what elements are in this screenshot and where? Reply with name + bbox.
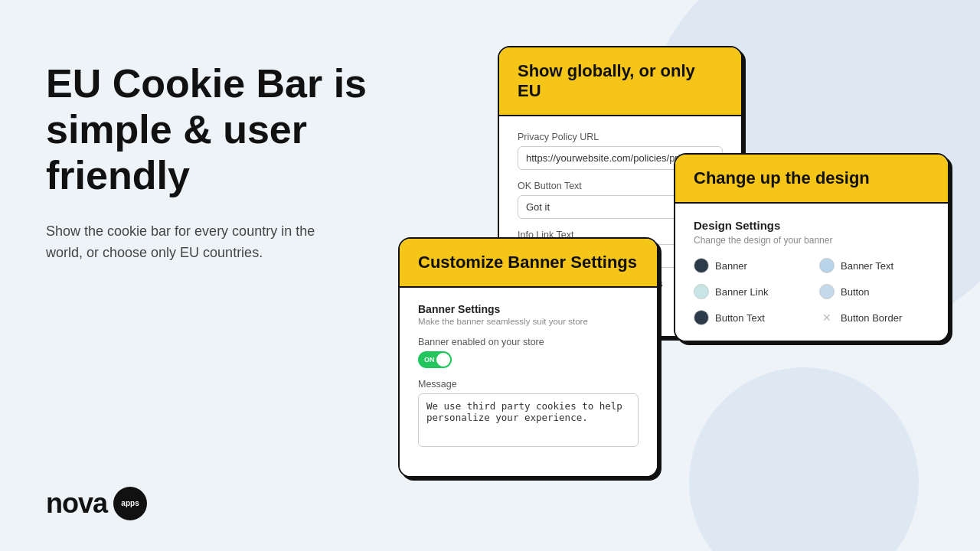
design-grid: Banner Banner Text Banner Link Button Bu — [694, 258, 929, 325]
banner-link-label: Banner Link — [715, 286, 768, 298]
banner-text-swatch — [819, 258, 835, 273]
sub-text: Show the cookie bar for every country in… — [46, 221, 337, 264]
banner-label: Banner — [715, 260, 747, 272]
banner-link-swatch — [694, 284, 709, 299]
left-section: EU Cookie Bar is simple & user friendly … — [46, 61, 413, 264]
banner-enabled-toggle-state: ON — [424, 356, 435, 364]
card-design: Change up the design Design Settings Cha… — [674, 153, 949, 342]
banner-swatch — [694, 258, 709, 273]
banner-text-label: Banner Text — [841, 260, 893, 272]
button-text-label: Button Text — [715, 312, 765, 324]
design-section-title: Design Settings — [694, 219, 929, 232]
banner-enabled-toggle[interactable]: ON — [418, 351, 452, 368]
card-customize: Customize Banner Settings Banner Setting… — [398, 237, 658, 478]
design-item-banner-link[interactable]: Banner Link — [694, 284, 804, 299]
design-item-banner-text[interactable]: Banner Text — [819, 258, 929, 273]
message-field-group: Message We use third party cookies to he… — [418, 379, 639, 450]
design-item-banner[interactable]: Banner — [694, 258, 804, 273]
design-item-button-border[interactable]: ✕ Button Border — [819, 310, 929, 325]
button-swatch — [819, 284, 835, 299]
design-item-button-text[interactable]: Button Text — [694, 310, 804, 325]
banner-enabled-field-group: Banner enabled on your store ON — [418, 337, 639, 368]
button-border-icon: ✕ — [819, 310, 835, 325]
card-customize-body: Banner Settings Make the banner seamless… — [400, 288, 657, 476]
button-text-swatch — [694, 310, 709, 325]
card-design-body: Design Settings Change the design of you… — [675, 204, 948, 341]
message-textarea[interactable]: We use third party cookies to help perso… — [418, 393, 639, 447]
button-label: Button — [841, 286, 870, 298]
card-global-header: Show globally, or only EU — [499, 47, 741, 116]
banner-settings-sub: Make the banner seamlessly suit your sto… — [418, 317, 639, 326]
nova-logo-text: nova — [46, 487, 107, 520]
banner-enabled-toggle-row: ON — [418, 351, 639, 368]
banner-settings-title: Banner Settings — [418, 303, 639, 315]
main-heading: EU Cookie Bar is simple & user friendly — [46, 61, 413, 198]
nova-logo: nova apps — [46, 487, 147, 520]
nova-apps-badge: apps — [113, 487, 147, 520]
design-section-sub: Change the design of your banner — [694, 235, 929, 246]
button-border-label: Button Border — [841, 312, 902, 324]
card-design-header: Change up the design — [675, 155, 948, 204]
banner-enabled-label: Banner enabled on your store — [418, 337, 639, 347]
banner-enabled-toggle-thumb — [436, 353, 450, 367]
design-item-button[interactable]: Button — [819, 284, 929, 299]
message-label: Message — [418, 379, 639, 390]
card-customize-header: Customize Banner Settings — [400, 239, 657, 288]
privacy-policy-label: Privacy Policy URL — [518, 132, 723, 142]
cards-area: Show globally, or only EU Privacy Policy… — [398, 46, 980, 536]
